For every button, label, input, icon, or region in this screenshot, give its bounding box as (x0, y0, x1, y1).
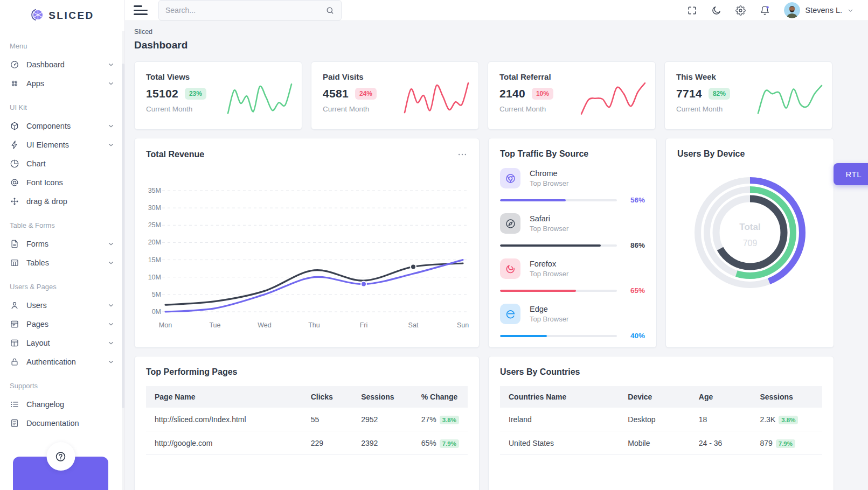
sidebar-section-label: Supports (0, 371, 124, 395)
sidebar-item-drag-drop[interactable]: drag & drop (0, 192, 124, 211)
logo[interactable]: SLICED (0, 0, 124, 31)
fullscreen-icon[interactable] (687, 5, 697, 16)
traffic-list: ChromeTop Browser56%SafariTop Browser86%… (500, 168, 645, 340)
sidebar-scrollbar[interactable] (122, 31, 124, 490)
avatar[interactable] (784, 2, 800, 18)
chevron-down-icon (107, 141, 115, 149)
search-input[interactable] (165, 6, 325, 15)
chrome-icon (500, 168, 520, 188)
svg-text:30M: 30M (148, 204, 161, 212)
sidebar-item-tables[interactable]: Tables (0, 253, 124, 272)
sidebar-item-label: Layout (26, 339, 50, 347)
sidebar-item-label: Authentication (26, 358, 76, 366)
countries-table-title: Users By Countries (500, 367, 822, 377)
table-column-header: Sessions (751, 386, 822, 408)
sidebar-item-dashboard[interactable]: Dashboard (0, 55, 124, 74)
traffic-percent: 86% (624, 241, 645, 249)
sidebar-section-label: UI Kit (0, 93, 124, 116)
sidebar-item-label: Pages (26, 320, 48, 328)
change-badge: 7.9% (440, 439, 459, 448)
change-badge: 3.8% (779, 416, 798, 424)
table-cell: Desktop (619, 408, 690, 431)
rtl-toggle-button[interactable]: RTL (834, 163, 868, 185)
edge-icon (500, 304, 520, 324)
countries-table: Countries NameDeviceAgeSessions IrelandD… (500, 386, 822, 455)
page-content: Sliced Dashboard Total Views1510223%Curr… (125, 21, 868, 490)
sidebar-item-font-icons[interactable]: Font Icons (0, 173, 124, 192)
sidebar-item-changelog[interactable]: Changelog (0, 395, 124, 414)
traffic-sub: Top Browser (530, 225, 568, 233)
stat-value: 15102 (146, 87, 178, 100)
sidebar-item-label: Documentation (26, 419, 79, 428)
table-column-header: Page Name (146, 386, 302, 408)
svg-text:Wed: Wed (258, 321, 272, 329)
chevron-down-icon (107, 320, 115, 328)
traffic-progress-track (500, 199, 617, 201)
sidebar-item-documentation[interactable]: Documentation (0, 414, 124, 432)
hamburger-menu-icon[interactable] (134, 3, 148, 17)
revenue-line-chart: 0M5M10M15M20M25M30M35MMonTueWedThuFriSat… (146, 166, 469, 344)
table-cell: Ireland (500, 408, 619, 431)
table-column-header: % Change (413, 386, 468, 408)
stat-sparkline (755, 78, 824, 120)
traffic-item-safari: SafariTop Browser86% (500, 213, 645, 249)
table-cell: 8797.9% (751, 431, 822, 455)
traffic-item-edge: EdgeTop Browser40% (500, 304, 645, 340)
sidebar-item-ui-elements[interactable]: UI Elements (0, 135, 124, 154)
change-badge: 3.8% (440, 416, 459, 424)
stat-card-total-views: Total Views1510223%Current Month (134, 61, 302, 130)
chevron-down-icon (847, 7, 854, 14)
svg-text:20M: 20M (148, 239, 161, 246)
sidebar-item-components[interactable]: Components (0, 116, 124, 135)
topbar: Stevens L. (125, 0, 868, 21)
svg-text:709: 709 (742, 239, 757, 248)
user-menu[interactable]: Stevens L. (784, 2, 854, 18)
sidebar-item-label: UI Elements (26, 141, 69, 149)
chevron-down-icon (107, 339, 115, 347)
sidebar-item-authentication[interactable]: Authentication (0, 352, 124, 371)
logo-text: SLICED (48, 10, 94, 22)
traffic-name: Safari (530, 214, 568, 223)
stats-row: Total Views1510223%Current MonthPaid Vis… (134, 61, 868, 130)
chevron-down-icon (107, 61, 115, 68)
sidebar-item-chart[interactable]: Chart (0, 154, 124, 173)
topbar-icon-group (687, 5, 770, 16)
table-row: United StatesMobile24 - 368797.9% (500, 431, 822, 455)
moon-icon[interactable] (711, 5, 721, 16)
question-circle-icon[interactable] (46, 442, 75, 471)
traffic-sub: Top Browser (530, 315, 568, 323)
traffic-title: Top Traffic By Source (500, 149, 645, 159)
page-head: Sliced Dashboard (134, 28, 868, 51)
page-title: Dashboard (134, 39, 868, 51)
svg-text:Tue: Tue (209, 321, 220, 329)
table-cell: United States (500, 431, 619, 455)
sidebar-item-pages[interactable]: Pages (0, 314, 124, 333)
sidebar-item-layout[interactable]: Layout (0, 333, 124, 352)
help-widget[interactable] (13, 457, 108, 490)
traffic-percent: 65% (624, 286, 645, 295)
stat-value: 7714 (676, 87, 702, 100)
stat-value: 2140 (499, 87, 525, 100)
table-icon (10, 258, 19, 268)
bolt-icon (10, 140, 19, 150)
chevron-down-icon (107, 122, 115, 130)
search-icon[interactable] (325, 6, 335, 15)
stat-badge: 24% (355, 88, 377, 100)
sidebar-section-label: Table & Forms (0, 211, 124, 234)
bell-icon[interactable] (760, 5, 770, 16)
sidebar-item-users[interactable]: Users (0, 296, 124, 314)
traffic-progress-track (500, 244, 617, 247)
gauge-icon (10, 60, 19, 69)
sidebar-item-label: drag & drop (26, 197, 67, 206)
window-icon (10, 319, 19, 329)
sidebar-item-apps[interactable]: Apps (0, 74, 124, 93)
sidebar-item-forms[interactable]: Forms (0, 234, 124, 253)
sidebar-scrollbar-thumb[interactable] (122, 64, 124, 408)
gear-icon[interactable] (735, 5, 746, 16)
dots-menu-icon[interactable] (457, 149, 468, 160)
svg-text:Thu: Thu (308, 321, 320, 329)
svg-text:Sun: Sun (457, 321, 469, 329)
table-column-header: Device (619, 386, 690, 408)
layout-icon (10, 338, 19, 348)
stat-badge: 23% (185, 88, 206, 100)
